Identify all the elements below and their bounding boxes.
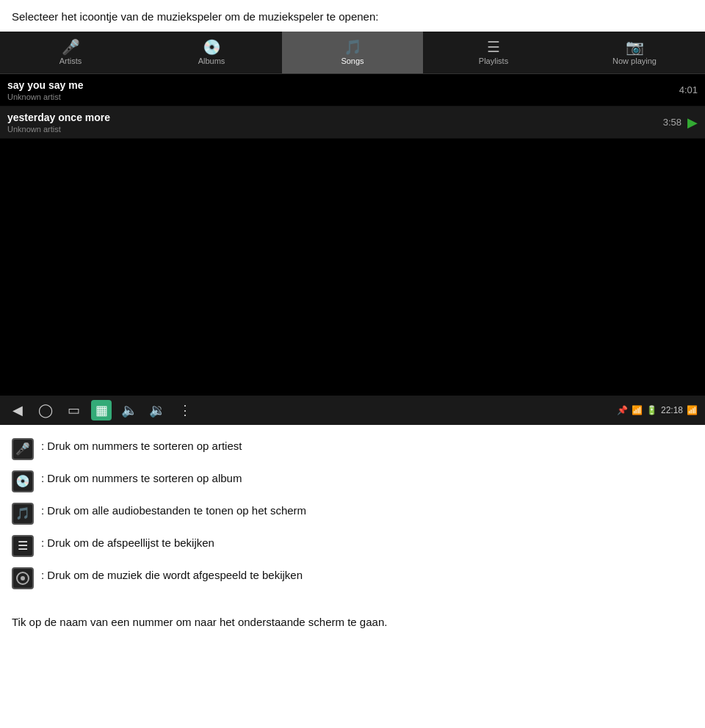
pin-icon: 📌 bbox=[617, 405, 628, 415]
desc-albums-icon: 💿 bbox=[12, 470, 34, 492]
wifi-icon: 📶 bbox=[687, 405, 698, 415]
song-duration-2: 3:58 bbox=[663, 117, 682, 128]
bottom-bar: ◀ ◯ ▭ ▦ 🔈 🔉 ⋮ 📌 📶 🔋 22:18 📶 bbox=[0, 396, 705, 425]
tab-albums-label: Albums bbox=[198, 57, 225, 65]
albums-icon: 💿 bbox=[203, 40, 221, 54]
status-bar-right: 📌 📶 🔋 22:18 📶 bbox=[617, 405, 698, 415]
tab-albums[interactable]: 💿 Albums bbox=[141, 32, 282, 73]
desc-playlists-icon: ☰ bbox=[12, 535, 34, 557]
song-duration-1: 4:01 bbox=[679, 84, 698, 95]
desc-songs-icon: 🎵 bbox=[12, 503, 34, 525]
now-playing-icon: 📷 bbox=[626, 40, 644, 54]
desc-albums-text: : Druk om nummers te sorteren op album bbox=[41, 470, 242, 486]
tab-artists[interactable]: 🎤 Artists bbox=[0, 32, 141, 73]
tab-playlists-label: Playlists bbox=[479, 57, 508, 65]
descriptions-section: 🎤 : Druk om nummers te sorteren op artie… bbox=[0, 425, 705, 607]
tab-songs[interactable]: 🎵 Songs bbox=[282, 32, 423, 73]
songs-icon: 🎵 bbox=[344, 40, 362, 54]
desc-item-artists: 🎤 : Druk om nummers te sorteren op artie… bbox=[12, 438, 693, 460]
song-artist-1: Unknown artist bbox=[7, 92, 84, 101]
time-display: 22:18 bbox=[661, 405, 683, 415]
song-item-2[interactable]: yesterday once more Unknown artist 3:58 … bbox=[0, 106, 705, 139]
song-artist-2: Unknown artist bbox=[7, 125, 110, 134]
battery-icon: 🔋 bbox=[646, 405, 657, 415]
empty-area bbox=[0, 139, 705, 396]
home-nav-icon[interactable]: ◯ bbox=[35, 400, 56, 421]
back-nav-icon[interactable]: ◀ bbox=[7, 400, 28, 421]
more-options-icon[interactable]: ⋮ bbox=[175, 400, 195, 421]
playlists-icon: ☰ bbox=[487, 40, 500, 54]
player-screenshot: 🎤 Artists 💿 Albums 🎵 Songs ☰ Playlists 📷… bbox=[0, 32, 705, 425]
svg-point-1 bbox=[21, 576, 25, 580]
desc-item-albums: 💿 : Druk om nummers te sorteren op album bbox=[12, 470, 693, 492]
artists-icon: 🎤 bbox=[62, 40, 80, 54]
song-right-2: 3:58 ▶ bbox=[663, 114, 698, 131]
volume-low-icon[interactable]: 🔈 bbox=[119, 400, 140, 421]
sim-icon: 📶 bbox=[632, 405, 643, 415]
final-text: Tik op de naam van een nummer om naar he… bbox=[0, 607, 705, 646]
desc-artists-icon: 🎤 bbox=[12, 438, 34, 460]
song-right-1: 4:01 bbox=[679, 84, 698, 95]
tab-bar: 🎤 Artists 💿 Albums 🎵 Songs ☰ Playlists 📷… bbox=[0, 32, 705, 74]
tab-now-playing[interactable]: 📷 Now playing bbox=[564, 32, 705, 73]
desc-item-nowplaying: : Druk om de muziek die wordt afgespeeld… bbox=[12, 567, 693, 589]
desc-item-playlists: ☰ : Druk om de afspeellijst te bekijken bbox=[12, 535, 693, 557]
bottom-nav-icons: ◀ ◯ ▭ ▦ 🔈 🔉 ⋮ bbox=[7, 400, 195, 421]
song-item-1[interactable]: say you say me Unknown artist 4:01 bbox=[0, 74, 705, 106]
screenshot-nav-icon[interactable]: ▦ bbox=[91, 400, 112, 421]
song-info-1: say you say me Unknown artist bbox=[7, 79, 84, 101]
tab-artists-label: Artists bbox=[59, 57, 82, 65]
volume-icon[interactable]: 🔉 bbox=[147, 400, 167, 421]
desc-playlists-text: : Druk om de afspeellijst te bekijken bbox=[41, 535, 214, 550]
tab-playlists[interactable]: ☰ Playlists bbox=[423, 32, 564, 73]
play-icon-2: ▶ bbox=[687, 114, 698, 131]
tab-songs-label: Songs bbox=[341, 57, 364, 65]
recents-nav-icon[interactable]: ▭ bbox=[63, 400, 84, 421]
desc-artists-text: : Druk om nummers te sorteren op artiest bbox=[41, 438, 242, 454]
song-list: say you say me Unknown artist 4:01 yeste… bbox=[0, 74, 705, 139]
song-title-1: say you say me bbox=[7, 79, 84, 91]
instruction-text: Selecteer het icoontje van de muziekspel… bbox=[0, 0, 705, 32]
song-title-2: yesterday once more bbox=[7, 112, 110, 123]
tab-now-playing-label: Now playing bbox=[612, 57, 657, 65]
desc-nowplaying-icon bbox=[12, 567, 34, 589]
song-info-2: yesterday once more Unknown artist bbox=[7, 112, 110, 134]
desc-songs-text: : Druk om alle audiobestanden te tonen o… bbox=[41, 503, 306, 518]
desc-item-songs: 🎵 : Druk om alle audiobestanden te tonen… bbox=[12, 503, 693, 525]
desc-nowplaying-text: : Druk om de muziek die wordt afgespeeld… bbox=[41, 567, 303, 583]
